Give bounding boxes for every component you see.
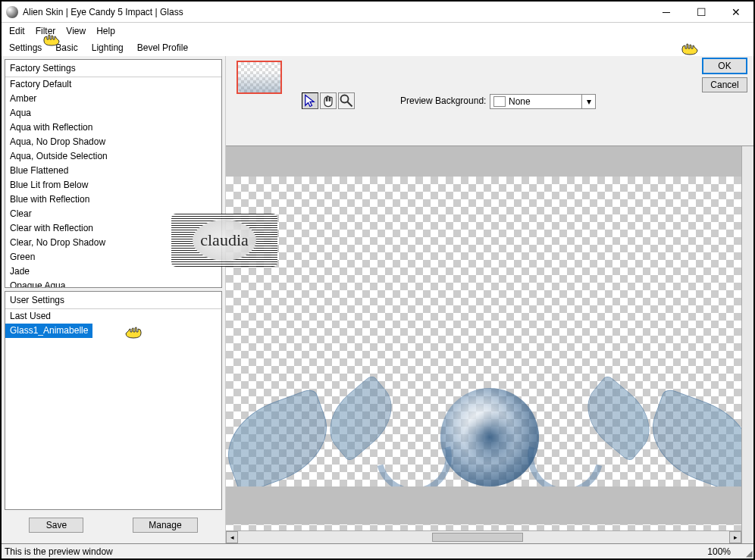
tab-basic[interactable]: Basic — [55, 42, 77, 53]
list-item[interactable]: Aqua with Reflection — [5, 120, 221, 135]
svg-line-1 — [347, 102, 352, 106]
maximize-button[interactable]: ☐ — [684, 2, 719, 23]
list-item[interactable]: Amber — [5, 92, 221, 106]
bottom-buttons: Save Manage — [5, 513, 222, 540]
list-item[interactable]: Glass1_Animabelle — [5, 324, 92, 338]
cancel-button[interactable]: Cancel — [702, 77, 747, 92]
watermark-text: claudia — [200, 230, 249, 250]
gray-band-bottom — [226, 486, 753, 524]
zoom-tool-icon[interactable] — [338, 92, 355, 109]
tab-settings[interactable]: Settings — [9, 42, 42, 53]
swatch-icon — [493, 96, 506, 107]
save-button[interactable]: Save — [29, 518, 83, 533]
scrollbar-vertical[interactable] — [741, 146, 753, 543]
scrollbar-horizontal[interactable]: ◂ ▸ — [226, 530, 741, 543]
tab-bevel[interactable]: Bevel Profile — [137, 42, 188, 53]
list-item[interactable]: Blue with Reflection — [5, 192, 221, 207]
factory-header: Factory Settings — [5, 60, 221, 77]
list-item[interactable]: Opaque Aqua — [5, 279, 221, 288]
tab-lighting[interactable]: Lighting — [92, 42, 124, 53]
thumbnail[interactable] — [237, 61, 282, 94]
pointer-tool-icon[interactable] — [302, 92, 318, 109]
menu-bar: Edit Filter View Help — [2, 23, 753, 39]
glass-ornament — [226, 335, 753, 502]
preview-panel: Preview Background: None ▾ OK Cancel — [226, 56, 753, 543]
menu-help[interactable]: Help — [96, 26, 115, 36]
settings-panel: Factory Settings Factory DefaultAmberAqu… — [2, 56, 226, 543]
user-settings-list[interactable]: User Settings Last UsedGlass1_Animabelle — [5, 291, 222, 510]
list-item[interactable]: Factory Default — [5, 77, 221, 92]
menu-view[interactable]: View — [66, 26, 86, 36]
resize-grip-icon[interactable]: ◢ — [746, 549, 752, 558]
scroll-left-icon[interactable]: ◂ — [226, 531, 238, 543]
window-title: Alien Skin | Eye Candy 5 Impact | Glass — [23, 7, 183, 17]
list-item[interactable]: Blue Flattened — [5, 164, 221, 178]
preview-bg-value: None — [509, 96, 531, 107]
manage-button[interactable]: Manage — [133, 518, 197, 533]
title-bar: Alien Skin | Eye Candy 5 Impact | Glass … — [2, 2, 753, 23]
watermark: claudia — [171, 214, 277, 267]
preview-bg-label: Preview Background: — [400, 95, 486, 106]
menu-filter[interactable]: Filter — [36, 26, 56, 36]
svg-point-0 — [341, 95, 349, 103]
list-item[interactable]: Aqua, No Drop Shadow — [5, 135, 221, 149]
close-button[interactable]: ✕ — [719, 2, 753, 23]
list-item[interactable]: Blue Lit from Below — [5, 178, 221, 192]
scroll-right-icon[interactable]: ▸ — [729, 531, 741, 543]
tool-row: Preview Background: None ▾ OK Cancel — [226, 56, 753, 145]
app-icon — [6, 6, 18, 18]
chevron-down-icon: ▾ — [581, 95, 595, 108]
status-bar: This is the preview window 100% ◢ — [2, 543, 753, 558]
list-item[interactable]: Last Used — [5, 309, 221, 324]
gray-band-top — [226, 146, 753, 177]
preview-bg-select[interactable]: None ▾ — [490, 94, 596, 109]
preview-canvas[interactable]: ◂ ▸ — [226, 145, 753, 543]
hand-tool-icon[interactable] — [320, 92, 337, 109]
tabs-row: Settings Basic Lighting Bevel Profile — [2, 39, 753, 56]
list-item[interactable]: Aqua — [5, 106, 221, 120]
user-header: User Settings — [5, 292, 221, 309]
ok-button[interactable]: OK — [702, 58, 747, 74]
list-item[interactable]: Aqua, Outside Selection — [5, 149, 221, 164]
minimize-button[interactable]: ─ — [649, 2, 684, 23]
scroll-thumb[interactable] — [432, 533, 523, 542]
status-text: This is the preview window — [5, 546, 113, 557]
menu-edit[interactable]: Edit — [9, 26, 25, 36]
